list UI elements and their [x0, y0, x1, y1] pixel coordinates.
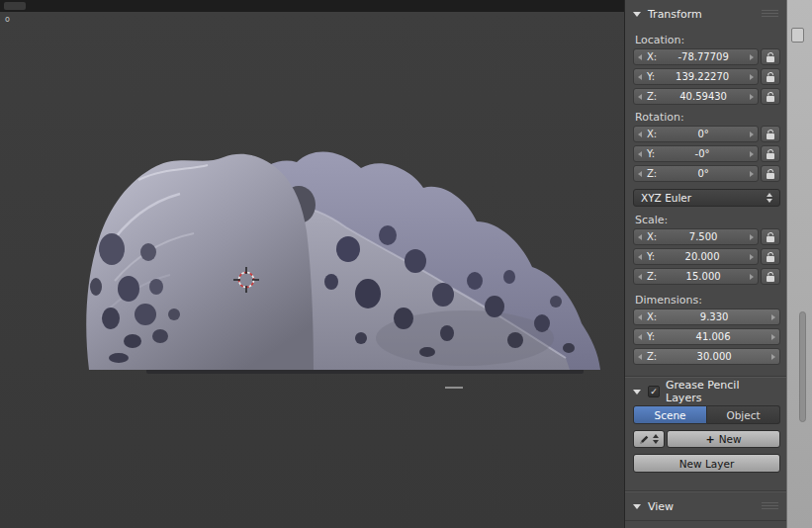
- axis-label: X:: [647, 231, 657, 242]
- new-layer-button[interactable]: New Layer: [633, 454, 780, 473]
- decrement-arrow-icon[interactable]: [638, 151, 642, 157]
- unlock-icon: [767, 236, 774, 242]
- panel-corner-widget[interactable]: [791, 28, 804, 43]
- sculpted-mesh-object[interactable]: [86, 152, 600, 370]
- rotation-label: Rotation:: [635, 111, 780, 126]
- new-layer-button-label: New Layer: [679, 458, 735, 470]
- increment-arrow-icon[interactable]: [750, 54, 754, 60]
- field-value: 40.59430: [657, 91, 750, 102]
- increment-arrow-icon[interactable]: [750, 151, 754, 157]
- field-value: 41.006: [655, 331, 771, 342]
- rotation-mode-dropdown[interactable]: XYZ Euler: [633, 189, 780, 207]
- transform-panel-header[interactable]: Transform: [625, 0, 786, 28]
- collapse-triangle-icon[interactable]: [633, 390, 641, 395]
- location-z-field[interactable]: Z: 40.59430: [633, 88, 759, 105]
- decrement-arrow-icon[interactable]: [638, 254, 642, 260]
- decrement-arrow-icon[interactable]: [638, 314, 642, 320]
- tab-object[interactable]: Object: [707, 405, 780, 424]
- rotation-y-lock-button[interactable]: [761, 145, 780, 162]
- dimension-y-field[interactable]: Y: 41.006: [633, 328, 780, 345]
- scale-label: Scale:: [635, 214, 780, 228]
- pencil-icon: [639, 434, 650, 445]
- dropdown-arrows-icon: [767, 193, 772, 203]
- panel-drag-grip-icon[interactable]: [762, 502, 778, 510]
- increment-arrow-icon[interactable]: [750, 74, 754, 80]
- view-panel: View: [625, 491, 786, 521]
- unlock-icon: [767, 96, 774, 102]
- decrement-arrow-icon[interactable]: [638, 334, 642, 340]
- scale-y-lock-button[interactable]: [761, 248, 780, 265]
- decrement-arrow-icon[interactable]: [638, 94, 642, 100]
- 3d-viewport[interactable]: o: [0, 12, 624, 528]
- dropdown-arrows-icon: [653, 434, 659, 444]
- properties-n-panel: Transform Location: X: -78.77709: [624, 0, 786, 528]
- increment-arrow-icon[interactable]: [771, 314, 775, 320]
- location-x-field[interactable]: X: -78.77709: [633, 48, 759, 65]
- unlock-icon: [767, 56, 774, 62]
- increment-arrow-icon[interactable]: [750, 171, 754, 177]
- rotation-x-field[interactable]: X: 0°: [633, 126, 759, 142]
- editor-type-icon[interactable]: [4, 2, 26, 10]
- location-y-lock-button[interactable]: [761, 68, 780, 85]
- unlock-icon: [767, 76, 774, 82]
- view-panel-header[interactable]: View: [625, 492, 786, 520]
- decrement-arrow-icon[interactable]: [638, 171, 642, 177]
- increment-arrow-icon[interactable]: [750, 94, 754, 100]
- rotation-z-lock-button[interactable]: [761, 165, 780, 182]
- grease-pencil-panel-header[interactable]: ✓ Grease Pencil Layers: [625, 378, 786, 405]
- axis-label: Z:: [647, 168, 657, 179]
- collapse-triangle-icon[interactable]: [633, 504, 641, 509]
- axis-label: X:: [647, 129, 657, 139]
- scale-y-field[interactable]: Y: 20.000: [633, 248, 759, 265]
- unlock-icon: [767, 173, 774, 179]
- transform-panel: Transform Location: X: -78.77709: [625, 0, 786, 377]
- decrement-arrow-icon[interactable]: [638, 74, 642, 80]
- rotation-mode-value: XYZ Euler: [641, 192, 767, 204]
- rotation-z-field[interactable]: Z: 0°: [633, 165, 759, 182]
- location-x-lock-button[interactable]: [761, 48, 780, 65]
- viewport-overlay-label: o: [5, 15, 10, 24]
- scale-z-field[interactable]: Z: 15.000: [633, 268, 759, 285]
- grease-pencil-checkbox[interactable]: ✓: [648, 386, 660, 397]
- rotation-y-field[interactable]: Y: -0°: [633, 145, 759, 162]
- location-z-lock-button[interactable]: [761, 88, 780, 105]
- info-editor-header[interactable]: [0, 0, 624, 12]
- plus-icon: +: [705, 433, 714, 446]
- increment-arrow-icon[interactable]: [771, 334, 775, 340]
- new-grease-pencil-button[interactable]: + New: [667, 430, 780, 448]
- location-y-field[interactable]: Y: 139.22270: [633, 68, 759, 85]
- grease-pencil-datablock-selector[interactable]: [633, 430, 665, 448]
- axis-label: Y:: [647, 148, 655, 159]
- rotation-x-lock-button[interactable]: [761, 126, 780, 142]
- decrement-arrow-icon[interactable]: [638, 234, 642, 240]
- increment-arrow-icon[interactable]: [750, 254, 754, 260]
- location-label: Location:: [635, 34, 780, 48]
- unlock-icon: [767, 153, 774, 159]
- dimension-x-field[interactable]: X: 9.330: [633, 308, 780, 325]
- tab-label: Object: [726, 409, 760, 421]
- unlock-icon: [767, 256, 774, 262]
- scale-x-field[interactable]: X: 7.500: [633, 228, 759, 245]
- decrement-arrow-icon[interactable]: [638, 132, 642, 137]
- axis-label: Y:: [647, 71, 655, 82]
- scale-x-lock-button[interactable]: [761, 228, 780, 245]
- axis-label: Z:: [647, 91, 657, 102]
- decrement-arrow-icon[interactable]: [638, 274, 642, 280]
- decrement-arrow-icon[interactable]: [638, 354, 642, 360]
- panel-drag-grip-icon[interactable]: [762, 10, 778, 18]
- viewport-canvas: [0, 12, 624, 528]
- scale-z-lock-button[interactable]: [761, 268, 780, 285]
- field-value: 0°: [657, 129, 750, 139]
- increment-arrow-icon[interactable]: [750, 234, 754, 240]
- decrement-arrow-icon[interactable]: [638, 54, 642, 60]
- scrollbar-thumb[interactable]: [799, 311, 806, 422]
- increment-arrow-icon[interactable]: [750, 274, 754, 280]
- axis-label: Z:: [647, 351, 657, 362]
- collapse-triangle-icon[interactable]: [633, 12, 641, 17]
- dimension-z-field[interactable]: Z: 30.000: [633, 348, 780, 365]
- increment-arrow-icon[interactable]: [771, 354, 775, 360]
- field-value: 20.000: [655, 251, 750, 262]
- tab-scene[interactable]: Scene: [633, 405, 707, 424]
- increment-arrow-icon[interactable]: [750, 132, 754, 137]
- dimensions-label: Dimensions:: [635, 294, 780, 308]
